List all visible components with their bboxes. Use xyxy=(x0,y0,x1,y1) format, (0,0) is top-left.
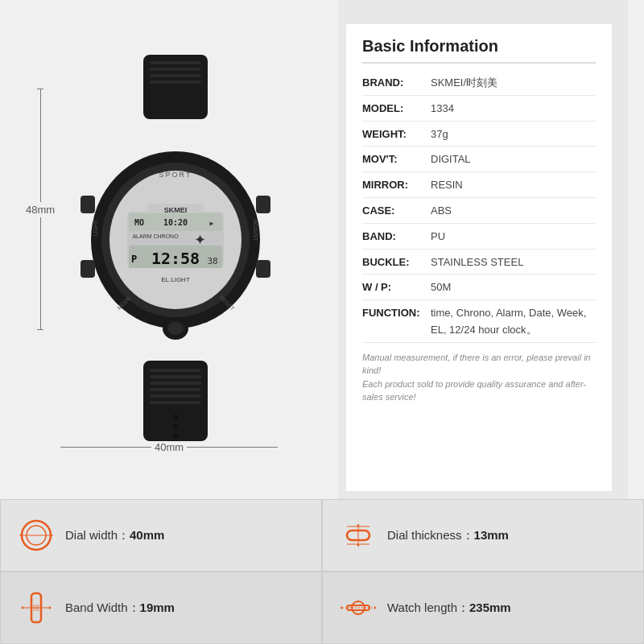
watch-illustration: SKMEI MO 10:20 ▶ ALARM CHRONO ✦ xyxy=(63,55,288,444)
svg-rect-36 xyxy=(150,382,201,385)
svg-point-40 xyxy=(173,415,178,419)
label-band: BAND: xyxy=(362,229,431,246)
svg-rect-39 xyxy=(150,401,201,404)
value-band: PU xyxy=(431,229,596,246)
svg-rect-7 xyxy=(80,260,95,278)
info-row-weight: WEIGHT: 37g xyxy=(362,126,596,147)
svg-text:EL.LIGHT: EL.LIGHT xyxy=(162,276,191,283)
info-row-case: CASE: ABS xyxy=(362,203,596,224)
spec-dial-thickness: Dial thickness：13mm xyxy=(322,499,644,572)
svg-text:▶: ▶ xyxy=(210,220,214,227)
svg-text:ALARM CHRONO: ALARM CHRONO xyxy=(133,233,180,239)
svg-text:38: 38 xyxy=(208,256,218,266)
specs-bar: Dial width：40mm Dial thickness：13mm xyxy=(0,499,644,644)
label-movement: MOV'T: xyxy=(362,151,431,168)
svg-marker-62 xyxy=(341,606,342,609)
info-row-wp: W / P: 50M xyxy=(362,279,596,300)
svg-text:LIGHT: LIGHT xyxy=(93,219,98,236)
svg-text:MO: MO xyxy=(134,218,144,227)
value-case: ABS xyxy=(431,203,596,220)
svg-rect-35 xyxy=(150,375,201,378)
info-note: Manual measurement, if there is an error… xyxy=(362,351,596,404)
info-row-buckle: BUCKLE: STAINLESS STEEL xyxy=(362,254,596,275)
spec-band-width-text: Band Width：19mm xyxy=(65,601,175,616)
value-model: 1334 xyxy=(431,101,596,118)
value-mirror: RESIN xyxy=(431,177,596,194)
value-brand: SKMEI/时刻美 xyxy=(431,75,596,92)
label-model: MODEL: xyxy=(362,101,431,118)
dimension-48mm: 48mm xyxy=(26,89,55,330)
spec-watch-length-text: Watch length：235mm xyxy=(387,601,511,616)
spec-watch-length: Watch length：235mm xyxy=(322,572,644,644)
svg-text:12:58: 12:58 xyxy=(151,249,200,268)
info-row-model: MODEL: 1334 xyxy=(362,101,596,122)
svg-point-32 xyxy=(167,322,184,335)
svg-marker-46 xyxy=(19,534,22,537)
label-mirror: MIRROR: xyxy=(362,177,431,194)
svg-marker-63 xyxy=(374,606,376,609)
info-panel: Basic Information BRAND: SKMEI/时刻美 MODEL… xyxy=(338,0,628,499)
svg-rect-8 xyxy=(256,196,270,213)
label-wp: W / P: xyxy=(362,279,431,296)
svg-point-41 xyxy=(173,424,178,429)
value-buckle: STAINLESS STEEL xyxy=(431,254,596,271)
svg-text:P: P xyxy=(131,254,137,265)
info-row-brand: BRAND: SKMEI/时刻美 xyxy=(362,75,596,96)
main-content: 48mm xyxy=(0,0,644,499)
label-weight: WEIGHT: xyxy=(362,126,431,143)
label-buckle: BUCKLE: xyxy=(362,254,431,271)
svg-text:10:20: 10:20 xyxy=(163,218,188,227)
svg-rect-2 xyxy=(150,68,201,71)
value-movement: DIGITAL xyxy=(431,151,596,168)
svg-text:SKMEI: SKMEI xyxy=(164,206,188,214)
label-case: CASE: xyxy=(362,203,431,220)
svg-text:SPORT: SPORT xyxy=(159,171,192,179)
svg-marker-47 xyxy=(51,534,53,537)
svg-marker-53 xyxy=(357,544,360,547)
svg-rect-38 xyxy=(150,394,201,398)
svg-rect-4 xyxy=(150,80,201,84)
svg-rect-58 xyxy=(33,605,39,611)
band-width-icon xyxy=(17,588,56,627)
label-function: FUNCTION: xyxy=(362,305,431,339)
watch-area: 48mm xyxy=(0,0,338,499)
info-card: Basic Information BRAND: SKMEI/时刻美 MODEL… xyxy=(346,24,612,491)
value-function: time, Chrono, Alarm, Date, Week, EL, 12/… xyxy=(431,305,596,339)
value-weight: 37g xyxy=(431,126,596,143)
svg-marker-57 xyxy=(49,606,52,609)
info-row-mirror: MIRROR: RESIN xyxy=(362,177,596,198)
svg-rect-9 xyxy=(256,260,270,278)
svg-rect-3 xyxy=(150,74,201,77)
label-brand: BRAND: xyxy=(362,75,431,92)
info-row-function: FUNCTION: time, Chrono, Alarm, Date, Wee… xyxy=(362,305,596,343)
info-row-movement: MOV'T: DIGITAL xyxy=(362,151,596,172)
dimension-40mm: 40mm xyxy=(60,439,278,455)
watch-length-icon xyxy=(339,588,378,627)
spec-dial-width-text: Dial width：40mm xyxy=(65,528,164,543)
info-title: Basic Information xyxy=(362,37,596,64)
svg-text:ADJUST: ADJUST xyxy=(253,219,258,242)
svg-marker-52 xyxy=(357,524,360,526)
svg-marker-56 xyxy=(21,606,23,609)
spec-dial-thickness-text: Dial thickness：13mm xyxy=(387,528,509,543)
spec-band-width: Band Width：19mm xyxy=(0,572,322,644)
value-wp: 50M xyxy=(431,279,596,296)
svg-rect-6 xyxy=(80,196,95,213)
info-row-band: BAND: PU xyxy=(362,229,596,250)
dial-width-icon xyxy=(17,516,56,555)
dial-thickness-icon xyxy=(339,516,378,555)
svg-rect-37 xyxy=(150,388,201,391)
svg-rect-34 xyxy=(150,369,201,372)
spec-dial-width: Dial width：40mm xyxy=(0,499,322,572)
svg-rect-1 xyxy=(150,61,201,64)
